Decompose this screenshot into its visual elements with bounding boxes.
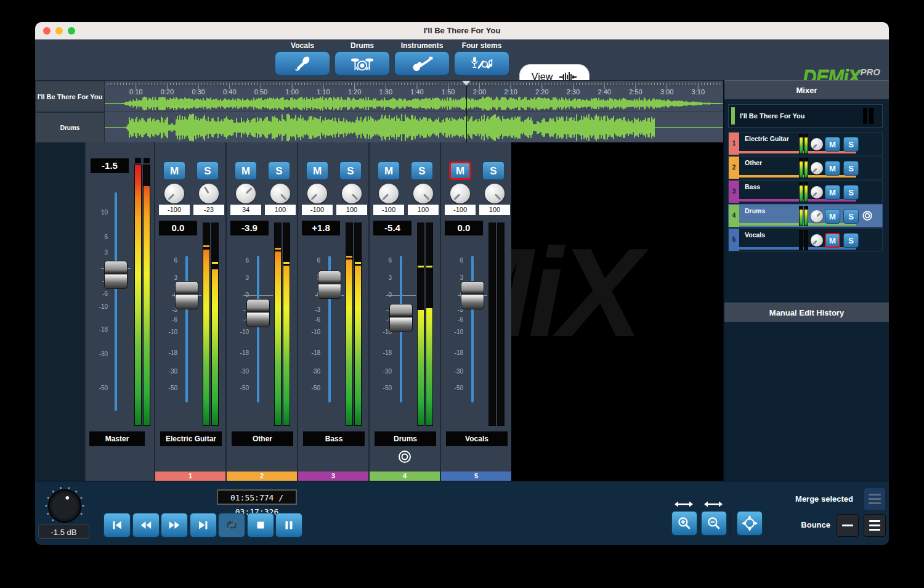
mute-button-drums[interactable]: M [378,161,400,180]
mixer-song-row[interactable]: I'll Be There For You [728,104,883,128]
gain-display-drums[interactable]: -5.4 [373,221,411,235]
bounce-multi-button[interactable] [864,514,886,537]
width-knob-bass[interactable] [342,184,362,203]
fader-scale-mark: -18 [89,326,108,333]
pan-knob-electric-guitar[interactable] [164,184,184,203]
solo-button-bass[interactable]: S [339,161,362,180]
fader-drums[interactable] [389,304,413,332]
mute-button-bass[interactable]: M [306,161,328,180]
drums-button[interactable] [334,51,390,76]
row-solo-button-other[interactable]: S [843,161,859,176]
solo-button-electric-guitar[interactable]: S [197,161,219,180]
mixer-row-bass[interactable]: 3BassMS [728,180,883,203]
pan-knob-drums[interactable] [379,184,399,203]
row-mute-button-bass[interactable]: M [825,185,840,200]
fader-scale-mark: -18 [159,349,177,357]
skip-to-end-button[interactable] [190,513,217,537]
loop-button[interactable] [218,513,245,537]
row-mute-button-drums[interactable]: M [825,209,840,224]
row-knob-bass[interactable] [811,186,823,198]
mute-button-other[interactable]: M [235,161,257,180]
width-knob-vocals[interactable] [485,184,505,203]
stop-button[interactable] [247,513,274,537]
fader-track-other[interactable] [257,256,259,402]
row-knob-vocals[interactable] [811,234,823,247]
gain-display-electric-guitar[interactable]: 0.0 [159,221,197,235]
skip-to-start-button[interactable] [103,513,131,537]
clip-indicator[interactable] [135,158,141,163]
fader-other[interactable] [246,299,270,327]
knob-value-box[interactable]: 34 [230,205,261,215]
waveform-full-mix[interactable] [105,96,723,112]
mixer-row-other[interactable]: 2OtherMS [728,156,883,179]
row-solo-button-vocals[interactable]: S [843,233,859,248]
zoom-in-button[interactable] [671,511,697,536]
row-solo-button-drums[interactable]: S [843,209,859,224]
row-mute-button-other[interactable]: M [825,161,840,176]
timeline-tracks-area[interactable]: 0:100:200:300:400:501:001:101:201:301:40… [105,81,723,143]
fast-forward-button[interactable] [161,513,188,537]
row-mute-button-vocals[interactable]: M [825,233,840,248]
gain-display-bass[interactable]: +1.8 [302,221,340,235]
mute-button-electric-guitar[interactable]: M [163,161,185,180]
mixer-row-electric-guitar[interactable]: 1Electric GuitarMS [728,132,883,155]
clip-indicator[interactable] [144,158,150,163]
mixer-row-vocals[interactable]: 5VocalsMS [728,228,883,251]
row-knob-drums[interactable] [811,210,823,223]
instruments-button[interactable] [394,51,450,76]
fader-scale-mark: 6 [445,257,463,264]
knob-value-box[interactable]: -100 [302,205,333,215]
knob-value-box[interactable]: 100 [479,205,510,215]
solo-button-other[interactable]: S [268,161,290,180]
width-knob-other[interactable] [270,184,290,203]
playhead-marker[interactable] [462,81,471,86]
row-solo-button-electric-guitar[interactable]: S [843,137,859,152]
rewind-icon [139,518,153,532]
fader-vocals[interactable] [461,281,484,309]
master-level-display[interactable]: -1.5 [91,158,129,173]
mute-button-vocals[interactable]: M [449,161,471,180]
pan-knob-vocals[interactable] [450,184,470,203]
four-stems-button[interactable] [454,51,509,76]
row-solo-button-bass[interactable]: S [843,185,859,200]
time-ruler[interactable] [105,81,723,88]
width-knob-drums[interactable] [413,184,433,203]
knob-value-box[interactable]: -23 [193,205,224,215]
master-fader-track[interactable] [115,192,117,411]
row-mute-button-electric-guitar[interactable]: M [825,137,840,152]
loop-icon [225,518,238,532]
merge-selected-button[interactable] [864,488,886,510]
solo-button-vocals[interactable]: S [482,161,505,180]
width-knob-electric-guitar[interactable] [199,184,219,203]
pan-knob-bass[interactable] [307,184,327,203]
playhead-line[interactable] [466,81,467,143]
pan-knob-other[interactable] [236,184,256,203]
master-fader[interactable] [104,261,128,289]
knob-value-box[interactable]: 100 [336,205,367,215]
fader-electric-guitar[interactable] [175,281,198,309]
row-spot-icon[interactable] [862,210,873,221]
fit-view-button[interactable] [737,511,763,536]
row-knob-other[interactable] [811,162,823,174]
knob-value-box[interactable]: -100 [159,205,190,215]
fader-track-electric-guitar[interactable] [185,256,188,402]
zoom-out-button[interactable] [701,511,727,536]
pause-button[interactable] [275,513,302,537]
gain-display-vocals[interactable]: 0.0 [445,221,483,235]
waveform-drums[interactable] [105,113,723,142]
knob-value-box[interactable]: -100 [373,205,404,215]
bounce-single-button[interactable] [837,514,859,537]
fader-bass[interactable] [318,271,341,299]
knob-value-box[interactable]: 100 [265,205,296,215]
master-volume-knob[interactable] [44,485,86,529]
knob-value-box[interactable]: 100 [408,205,439,215]
vocals-button[interactable] [275,51,330,76]
mixer-row-drums[interactable]: 4DrumsMS [728,204,883,227]
solo-button-drums[interactable]: S [411,161,433,180]
gain-display-other[interactable]: -3.9 [230,221,269,235]
spot-instrument-icon[interactable] [397,449,412,464]
fader-track-vocals[interactable] [471,256,474,402]
rewind-button[interactable] [132,513,160,537]
knob-value-box[interactable]: -100 [445,205,476,215]
row-knob-electric-guitar[interactable] [811,138,823,150]
